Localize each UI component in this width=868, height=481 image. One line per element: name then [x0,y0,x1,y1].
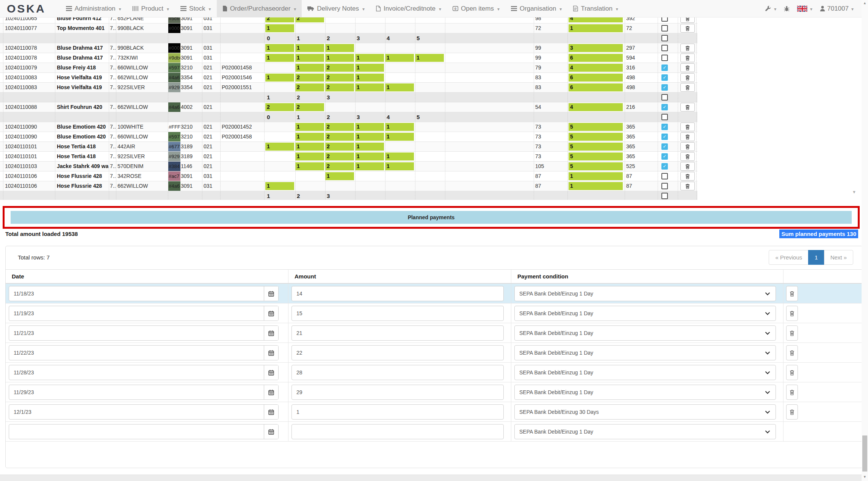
delete-payment-button[interactable] [786,286,798,301]
payment-condition-select[interactable]: SEPA Bank Debit/Einzug 1 Day [514,365,776,380]
language-menu[interactable] [797,5,812,13]
delete-row-button[interactable] [680,132,695,141]
date-input[interactable] [9,365,264,380]
delete-row-button[interactable] [680,73,695,82]
calendar-icon[interactable] [264,424,278,439]
delete-payment-button[interactable] [786,345,798,360]
row-checkbox[interactable] [661,104,668,110]
page-1-button[interactable]: 1 [808,250,824,265]
delete-row-button[interactable] [680,123,695,131]
scroll-up-icon[interactable]: ▲ [862,1,868,5]
delete-row-button[interactable] [680,63,695,72]
amount-input[interactable] [291,365,504,380]
amount-input[interactable] [291,424,504,439]
payment-condition-select[interactable]: SEPA Bank Debit/Einzug 1 Day [514,286,776,301]
nav-item-open-items[interactable]: 0 Open items [447,0,505,17]
payment-condition-select[interactable]: SEPA Bank Debit/Einzug 1 Day [514,424,776,439]
nav-item-translation[interactable]: Translation [567,0,624,17]
payment-condition-select[interactable]: SEPA Bank Debit/Einzug 1 Day [514,306,776,321]
delete-row-button[interactable] [680,142,695,151]
production-order-number [222,152,263,161]
delete-row-button[interactable] [680,24,695,33]
payment-condition-select[interactable]: SEPA Bank Debit/Einzug 1 Day [514,385,776,400]
date-input[interactable] [9,346,264,360]
calendar-icon[interactable] [264,326,278,340]
nav-item-delivery-notes[interactable]: Delivery Notes [302,0,370,17]
calendar-icon[interactable] [264,405,278,419]
calendar-icon[interactable] [264,346,278,360]
row-checkbox[interactable] [661,64,668,71]
delete-payment-button[interactable] [786,404,798,420]
amount-input[interactable] [291,404,504,420]
delete-payment-button[interactable] [786,306,798,321]
row-checkbox[interactable] [661,25,668,31]
nav-item-product[interactable]: Product [127,0,175,17]
date-input[interactable] [9,424,264,439]
delete-row-button[interactable] [680,152,695,161]
nav-item-organisation[interactable]: Organisation [505,0,567,17]
horizontal-scrollbar[interactable] [0,475,862,481]
next-page-button[interactable]: Next » [824,250,853,265]
vertical-scrollbar[interactable]: ▲ ▼ [862,0,868,481]
delete-row-button[interactable] [680,17,695,23]
order-row: 10240110103Jacke Stahrk 409 wash7...570D… [0,162,697,171]
nav-item-invoice-creditnote[interactable]: Invoice/Creditnote [370,0,447,17]
row-checkbox[interactable] [661,183,668,189]
delete-row-button[interactable] [680,182,695,190]
size-qty-cell: 1 [265,182,294,190]
row-checkbox[interactable] [661,35,668,41]
row-checkbox[interactable] [661,143,668,150]
amount-input[interactable] [291,286,504,301]
calendar-icon[interactable] [264,306,278,321]
row-checkbox[interactable] [661,55,668,61]
amount-input[interactable] [291,345,504,360]
date-input[interactable] [9,306,264,321]
debug-button[interactable] [784,6,790,12]
date-input[interactable] [9,405,264,419]
nav-item-stock[interactable]: Stock [175,0,217,17]
date-input[interactable] [9,385,264,399]
tools-menu[interactable] [765,5,776,13]
row-checkbox[interactable] [661,193,668,199]
delete-row-button[interactable] [680,103,695,112]
calendar-icon[interactable] [264,286,278,301]
delete-row-button[interactable] [680,83,695,92]
delete-payment-button[interactable] [786,325,798,341]
scrollbar-thumb[interactable] [862,435,867,472]
date-input[interactable] [9,326,264,340]
delete-row-button[interactable] [680,172,695,181]
row-checkbox[interactable] [661,74,668,81]
row-checkbox[interactable] [661,124,668,130]
previous-page-button[interactable]: « Previous [769,250,808,265]
nav-item-administration[interactable]: Administration [60,0,127,17]
planned-payments-banner[interactable]: Planned payments [11,211,852,224]
row-checkbox[interactable] [661,163,668,170]
row-checkbox[interactable] [661,114,668,120]
scroll-down-icon[interactable]: ▼ [862,475,868,479]
amount-input[interactable] [291,325,504,341]
amount-input[interactable] [291,306,504,321]
production-order-number [222,43,263,53]
date-input[interactable] [9,286,264,301]
calendar-icon[interactable] [264,385,278,399]
user-menu[interactable]: 701007 [820,5,854,13]
row-checkbox[interactable] [661,134,668,140]
calendar-icon[interactable] [264,365,278,380]
delete-payment-button[interactable] [786,365,798,380]
payment-condition-select[interactable]: SEPA Bank Debit/Einzug 1 Day [514,325,776,341]
payment-condition-select[interactable]: SEPA Bank Debit/Einzug 1 Day [514,345,776,360]
row-checkbox[interactable] [661,173,668,179]
row-checkbox[interactable] [661,17,668,22]
row-checkbox[interactable] [661,153,668,160]
nav-item-order-purchaseorder[interactable]: Order/Purchaseorder [217,0,302,17]
payment-condition-select[interactable]: SEPA Bank Debit/Einzug 30 Days [514,404,776,420]
row-checkbox[interactable] [661,84,668,91]
delete-row-button[interactable] [680,53,695,62]
delete-row-button[interactable] [680,162,695,171]
row-checkbox[interactable] [661,45,668,51]
delete-row-button[interactable] [680,44,695,52]
table-scroll-down-icon[interactable]: ▼ [852,190,856,194]
amount-input[interactable] [291,385,504,400]
delete-payment-button[interactable] [786,385,798,400]
row-checkbox[interactable] [661,94,668,101]
